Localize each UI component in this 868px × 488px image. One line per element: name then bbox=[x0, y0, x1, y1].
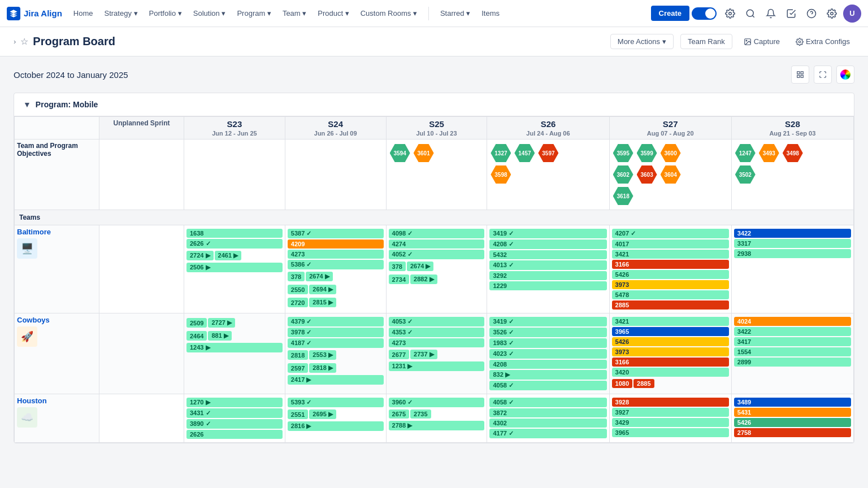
card-h-2816[interactable]: 2816 ▶ bbox=[288, 421, 384, 431]
card-c-s28-4024[interactable]: 4024 bbox=[734, 317, 851, 326]
extra-configs-button[interactable]: Extra Configs bbox=[791, 34, 854, 49]
app-logo[interactable]: Jira Align bbox=[7, 7, 62, 20]
notifications-icon[interactable] bbox=[762, 5, 780, 23]
card-c-4187[interactable]: 4187 ✓ bbox=[288, 338, 384, 348]
card-c-s26-1983[interactable]: 1983 ✓ bbox=[489, 338, 606, 348]
card-h-s28-5426[interactable]: 5426 bbox=[734, 418, 851, 427]
card-c-s26-3419[interactable]: 3419 ✓ bbox=[489, 317, 606, 326]
card-c-s27-3965[interactable]: 3965 bbox=[612, 327, 729, 336]
hex-1327[interactable]: 1327 bbox=[491, 144, 511, 162]
card-c-s26-832[interactable]: 832 ▶ bbox=[489, 370, 606, 380]
card-2674[interactable]: 2674 ▶ bbox=[306, 272, 333, 281]
card-s26-3419[interactable]: 3419 ✓ bbox=[489, 229, 606, 238]
sidebar-toggle[interactable]: › bbox=[14, 37, 16, 46]
card-h-2675[interactable]: 2675 bbox=[389, 409, 409, 419]
nav-items[interactable]: Items bbox=[477, 7, 504, 20]
card-c-881[interactable]: 881 ▶ bbox=[208, 331, 231, 341]
card-h-3431[interactable]: 3431 ✓ bbox=[186, 408, 283, 418]
hex-3594[interactable]: 3594 bbox=[390, 144, 410, 162]
nav-home[interactable]: Home bbox=[69, 7, 98, 20]
settings-circle-icon[interactable] bbox=[721, 5, 739, 23]
card-c-s28-1554[interactable]: 1554 bbox=[734, 347, 851, 356]
card-h-s27-3927[interactable]: 3927 bbox=[612, 408, 729, 417]
nav-custom-rooms[interactable]: Custom Rooms ▾ bbox=[356, 7, 422, 20]
card-s27-5478[interactable]: 5478 bbox=[612, 290, 729, 299]
hex-s28-1247[interactable]: 1247 bbox=[735, 144, 756, 162]
card-c-s28-3417[interactable]: 3417 bbox=[734, 337, 851, 346]
houston-name[interactable]: Houston bbox=[17, 396, 97, 405]
color-wheel-btn[interactable] bbox=[836, 66, 854, 84]
card-c-2737[interactable]: 2737 ▶ bbox=[410, 350, 437, 359]
card-s28-3317[interactable]: 3317 bbox=[734, 239, 851, 248]
hex-s27-3603[interactable]: 3603 bbox=[637, 165, 657, 184]
hex-s27-3618[interactable]: 3618 bbox=[613, 187, 633, 205]
card-c-2727[interactable]: 2727 ▶ bbox=[208, 318, 235, 328]
card-4098[interactable]: 4098 ✓ bbox=[389, 229, 485, 238]
card-h-s28-5431[interactable]: 5431 bbox=[734, 408, 851, 417]
card-c-2818[interactable]: 2818 bbox=[288, 350, 308, 360]
card-s27-4017[interactable]: 4017 bbox=[612, 239, 729, 249]
hex-s27-3595[interactable]: 3595 bbox=[613, 144, 633, 162]
card-c-4273[interactable]: 4273 bbox=[389, 338, 485, 347]
search-icon[interactable] bbox=[741, 5, 760, 23]
nav-starred[interactable]: Starred ▾ bbox=[436, 7, 475, 20]
card-c-2464[interactable]: 2464 bbox=[186, 331, 207, 341]
card-c-s27-3421[interactable]: 3421 bbox=[612, 317, 729, 326]
card-2626[interactable]: 2626 ✓ bbox=[186, 239, 283, 249]
card-5387[interactable]: 5387 ✓ bbox=[288, 229, 384, 238]
star-icon[interactable]: ☆ bbox=[20, 36, 28, 47]
card-c-2677[interactable]: 2677 bbox=[389, 350, 409, 359]
card-c-4353[interactable]: 4353 ✓ bbox=[389, 328, 485, 337]
card-h-2735[interactable]: 2735 bbox=[410, 409, 431, 419]
card-h-s27-3928[interactable]: 3928 bbox=[612, 398, 729, 407]
card-c-4053[interactable]: 4053 ✓ bbox=[389, 317, 485, 326]
hex-s28-3493[interactable]: 3493 bbox=[759, 144, 779, 162]
card-s27-3421[interactable]: 3421 bbox=[612, 250, 729, 259]
hex-s27-3600[interactable]: 3600 bbox=[661, 144, 681, 162]
card-4273[interactable]: 4273 bbox=[288, 250, 384, 259]
card-4274[interactable]: 4274 bbox=[389, 239, 485, 249]
card-c-s26-4058[interactable]: 4058 ✓ bbox=[489, 381, 606, 390]
card-c-2597[interactable]: 2597 bbox=[288, 363, 308, 373]
card-h-5393[interactable]: 5393 ✓ bbox=[288, 398, 384, 407]
card-h-s27-3965[interactable]: 3965 bbox=[612, 428, 729, 437]
card-h-s26-3872[interactable]: 3872 bbox=[489, 408, 606, 417]
card-c-2553[interactable]: 2553 ▶ bbox=[309, 350, 336, 360]
baltimore-name[interactable]: Baltimore bbox=[17, 228, 97, 236]
card-s28-3422[interactable]: 3422 bbox=[734, 229, 851, 238]
card-c-s27-3420[interactable]: 3420 bbox=[612, 368, 729, 377]
group-icon-btn[interactable] bbox=[791, 66, 809, 84]
help-icon[interactable] bbox=[802, 5, 821, 23]
card-s27-4207[interactable]: 4207 ✓ bbox=[612, 229, 729, 238]
card-s27-2885[interactable]: 2885 bbox=[612, 300, 729, 310]
card-h-s28-2758[interactable]: 2758 bbox=[734, 428, 851, 437]
card-c-4379[interactable]: 4379 ✓ bbox=[288, 317, 384, 326]
nav-program[interactable]: Program ▾ bbox=[232, 7, 275, 20]
card-h-s26-4177[interactable]: 4177 ✓ bbox=[489, 429, 606, 438]
hex-s27-3604[interactable]: 3604 bbox=[661, 165, 681, 184]
card-c-s27-3973[interactable]: 3973 bbox=[612, 347, 729, 356]
card-c-s27-3166[interactable]: 3166 bbox=[612, 358, 729, 367]
theme-toggle[interactable] bbox=[692, 7, 717, 20]
card-4209[interactable]: 4209 bbox=[288, 239, 384, 249]
settings-icon[interactable] bbox=[823, 5, 841, 23]
card-c-s26-4023[interactable]: 4023 ✓ bbox=[489, 349, 606, 359]
user-avatar[interactable]: U bbox=[843, 5, 861, 23]
card-h-s27-3429[interactable]: 3429 bbox=[612, 418, 729, 427]
card-2815[interactable]: 2815 ▶ bbox=[309, 298, 336, 307]
card-s26-1229[interactable]: 1229 bbox=[489, 281, 606, 290]
card-s25-378[interactable]: 378 bbox=[389, 262, 406, 271]
nav-strategy[interactable]: Strategy ▾ bbox=[99, 7, 142, 20]
card-s27-3166[interactable]: 3166 bbox=[612, 260, 729, 269]
hex-s28-3502[interactable]: 3502 bbox=[735, 165, 756, 184]
card-s26-4013[interactable]: 4013 ✓ bbox=[489, 260, 606, 270]
card-c-1231[interactable]: 1231 ▶ bbox=[389, 361, 485, 371]
card-h-3960[interactable]: 3960 ✓ bbox=[389, 398, 485, 407]
card-s25-2674[interactable]: 2674 ▶ bbox=[407, 262, 434, 271]
nav-solution[interactable]: Solution ▾ bbox=[189, 7, 231, 20]
card-h-1270[interactable]: 1270 ▶ bbox=[186, 398, 283, 407]
capture-button[interactable]: Capture bbox=[739, 34, 784, 49]
card-h-2788[interactable]: 2788 ▶ bbox=[389, 421, 485, 430]
card-s26-4208[interactable]: 4208 ✓ bbox=[489, 239, 606, 249]
hex-s28-3498[interactable]: 3498 bbox=[783, 144, 803, 162]
